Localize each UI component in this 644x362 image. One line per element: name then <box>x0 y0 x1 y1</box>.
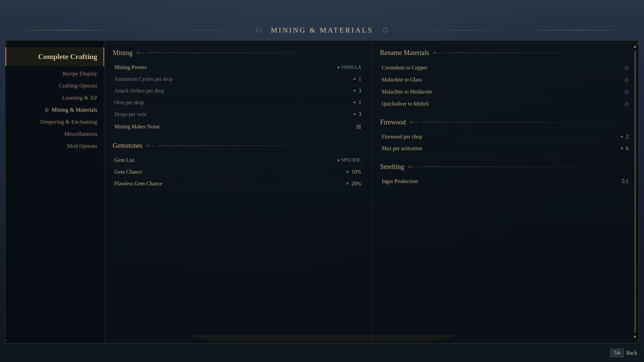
gemstones-section-ornament: ⊳— <box>147 143 155 148</box>
gem-list-row[interactable]: Gem List ▾ SPECIFIC <box>113 155 363 166</box>
mining-section-title: Mining <box>113 49 132 57</box>
corundum-copper-label: Corundum to Copper <box>382 65 427 71</box>
main-content: Mining ⊳— Mining Presets ▾ VANILLA <box>104 41 639 343</box>
rename-materials-section-header: Rename Materials ⊳— <box>380 49 630 57</box>
corundum-copper-diamond: ◇ <box>625 64 629 71</box>
max-per-activation-label: Max per activation <box>382 145 422 152</box>
smelting-section-ornament: ⊳— <box>408 164 417 170</box>
sidebar-item-learning-xp[interactable]: Learning & XP <box>5 92 104 104</box>
malachite-glass-diamond: ◇ <box>625 76 629 83</box>
scrollbar[interactable]: ▲ ▼ <box>633 44 637 340</box>
rename-materials-section-title: Rename Materials <box>380 49 429 57</box>
back-button[interactable]: Back <box>626 350 637 356</box>
bottom-decorative-bar <box>188 335 456 344</box>
sidebar-item-tempering-enchanting[interactable]: Tempering & Enchanting <box>5 116 104 128</box>
gem-list-label: Gem List <box>114 157 135 163</box>
gem-chance-row[interactable]: Gem Chance ⚭ 10% <box>113 166 363 178</box>
title-bar: ⬡ MINING & MATERIALS ⬡ <box>5 22 639 39</box>
attack-strikes-row[interactable]: Attack Strikes per drop ⚭ 3 <box>113 85 363 97</box>
attack-strikes-value: ⚭ 3 <box>353 88 361 94</box>
corner-ornament-tl: ⌐ <box>5 40 15 50</box>
malachite-moldavite-diamond: ◇ <box>625 88 629 95</box>
animation-cycles-value: ⚭ 1 <box>353 76 361 82</box>
firewood-section-header: Firewood ⊳— <box>380 118 630 126</box>
flawless-gem-chance-row[interactable]: Flawless Gem Chance ⚭ 20% <box>113 178 363 190</box>
ingot-production-row[interactable]: Ingot Production 5:1 <box>380 176 630 187</box>
title-ornament-right: ⬡ <box>383 26 388 34</box>
gemstones-section-line <box>158 145 363 146</box>
left-panel: Mining ⊳— Mining Presets ▾ VANILLA <box>104 41 372 343</box>
max-per-activation-row[interactable]: Max per activation ⚭ 6 <box>380 143 630 155</box>
sidebar-title: Complete Crafting <box>5 47 104 66</box>
mining-section-header: Mining ⊳— <box>113 49 363 57</box>
mining-noise-row[interactable]: Mining Makes Noise ⊠ <box>113 120 363 133</box>
mining-section-ornament: ⊳— <box>137 50 145 56</box>
title-ornament-left: ⬡ <box>256 26 261 34</box>
right-panel: ▲ ▼ Rename Materials ⊳— Corundum to Copp… <box>372 41 639 343</box>
gemstones-section-title: Gemstones <box>113 142 143 149</box>
link-icon-1: ⚭ <box>353 76 357 82</box>
link-icon-2: ⚭ <box>353 88 357 94</box>
smelting-section-title: Smelting <box>380 163 404 171</box>
ores-per-drop-row[interactable]: Ores per drop ⚭ 1 <box>113 97 363 109</box>
mining-presets-label: Mining Presets <box>114 64 147 70</box>
malachite-glass-row[interactable]: Malachite to Glass ◇ <box>380 74 630 86</box>
rename-materials-ornament: ⊳— <box>433 50 442 56</box>
mining-noise-label: Mining Makes Noise <box>114 124 160 130</box>
mining-section-line <box>148 53 363 53</box>
quicksilver-mithril-label: Quicksilver to Mithril <box>382 101 429 107</box>
corundum-copper-row[interactable]: Corundum to Copper ◇ <box>380 62 630 74</box>
ingot-production-value: 5:1 <box>622 178 629 184</box>
firewood-section-title: Firewood <box>380 118 406 126</box>
malachite-glass-label: Malachite to Glass <box>382 77 422 83</box>
main-container: ⬡ MINING & MATERIALS ⬡ ⌐ ⌐ ⌐ ⌐ Complete … <box>5 22 639 344</box>
firewood-per-chop-label: Firewood per chop <box>382 134 422 140</box>
sidebar-item-crafting-options[interactable]: Crafting Options <box>5 80 104 92</box>
specific-dropdown-marker: ▾ <box>337 158 340 163</box>
smelting-section-header: Smelting ⊳— <box>380 163 630 171</box>
ores-per-drop-value: ⚭ 1 <box>353 100 361 106</box>
smelting-section-line <box>420 167 630 167</box>
quicksilver-mithril-diamond: ◇ <box>625 101 629 107</box>
animation-cycles-label: Animation Cycles per drop <box>114 76 173 82</box>
firewood-section-ornament: ⊳— <box>410 119 419 125</box>
dropdown-marker: ▾ <box>337 65 340 70</box>
gemstones-section-header: Gemstones ⊳— <box>113 142 363 149</box>
rename-materials-section-line <box>444 53 630 53</box>
content-area: ⌐ ⌐ ⌐ ⌐ Complete Crafting Recipe Display… <box>5 40 639 344</box>
scrollbar-thumb <box>635 51 636 333</box>
link-icon-3: ⚭ <box>353 100 357 106</box>
link-icon-4: ⚭ <box>353 112 357 117</box>
noise-icon: ⊠ <box>356 123 361 130</box>
animation-cycles-row[interactable]: Animation Cycles per drop ⚭ 1 <box>113 73 363 85</box>
gem-list-value: ▾ SPECIFIC <box>337 158 361 163</box>
drops-per-vein-row[interactable]: Drops per vein ⚭ 3 <box>113 109 363 120</box>
back-area: Tab Back <box>610 349 637 357</box>
gem-chance-value: ⚭ 10% <box>345 169 361 175</box>
flawless-gem-chance-value: ⚭ 20% <box>345 181 361 187</box>
firewood-per-chop-value: ⚭ 2 <box>620 134 629 140</box>
tab-key: Tab <box>610 349 624 357</box>
sidebar-item-mod-options[interactable]: Mod Options <box>5 140 104 152</box>
corner-ornament-br: ⌐ <box>629 334 639 344</box>
specific-badge: ▾ SPECIFIC <box>337 158 361 163</box>
malachite-moldavite-row[interactable]: Malachite to Moldavite ◇ <box>380 86 630 98</box>
corner-ornament-bl: ⌐ <box>5 334 15 344</box>
vanilla-badge: ▾ VANILLA <box>337 65 361 70</box>
link-icon-6: ⚭ <box>345 181 350 187</box>
page-title: MINING & MATERIALS <box>264 26 380 35</box>
malachite-moldavite-label: Malachite to Moldavite <box>382 89 432 95</box>
max-per-activation-value: ⚭ 6 <box>620 145 629 152</box>
drops-per-vein-value: ⚭ 3 <box>353 111 361 117</box>
ingot-production-label: Ingot Production <box>382 178 418 184</box>
drops-per-vein-label: Drops per vein <box>114 111 146 117</box>
mining-presets-row[interactable]: Mining Presets ▾ VANILLA <box>113 62 363 73</box>
gear-icon: ⚙ <box>44 107 49 113</box>
flawless-gem-chance-label: Flawless Gem Chance <box>114 181 162 187</box>
sidebar-item-miscellaneous[interactable]: Miscellaneous <box>5 128 104 140</box>
sidebar-item-recipe-display[interactable]: Recipe Display <box>5 68 104 80</box>
sidebar-item-mining-materials[interactable]: ⚙ Mining & Materials <box>5 104 104 116</box>
firewood-per-chop-row[interactable]: Firewood per chop ⚭ 2 <box>380 131 630 143</box>
link-icon-5: ⚭ <box>345 169 350 175</box>
quicksilver-mithril-row[interactable]: Quicksilver to Mithril ◇ <box>380 98 630 110</box>
